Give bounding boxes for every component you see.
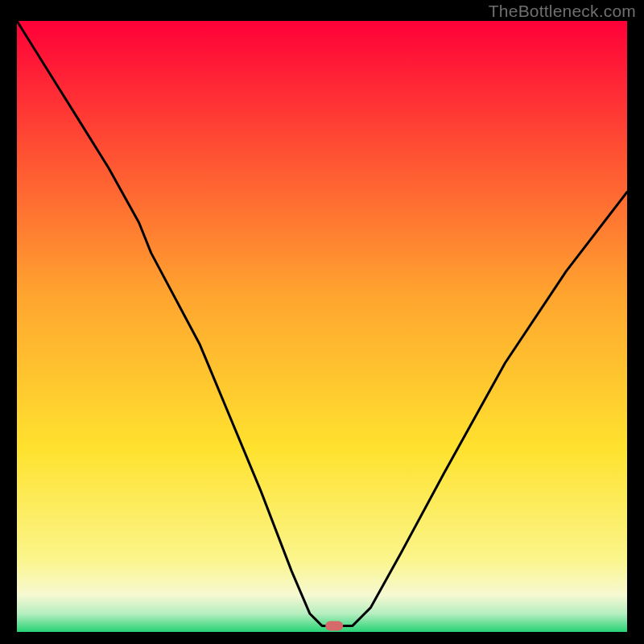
optimum-marker [325,621,343,630]
watermark-text: TheBottleneck.com [489,2,636,21]
gradient-background [17,21,627,632]
bottleneck-chart [17,21,627,632]
chart-frame: TheBottleneck.com [0,0,644,644]
